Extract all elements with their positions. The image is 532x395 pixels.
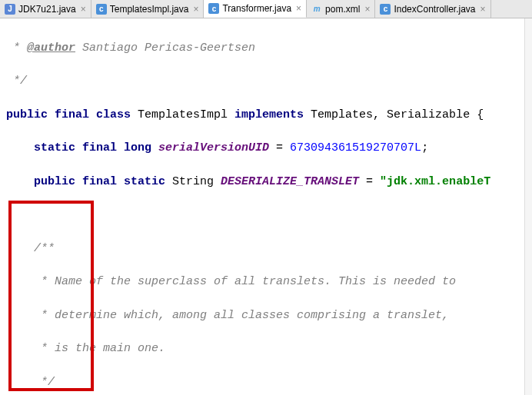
close-icon[interactable]: × (296, 3, 301, 14)
code-text: ; (421, 141, 428, 154)
tab-pom[interactable]: m pom.xml × (307, 0, 375, 18)
code-text: /** (6, 241, 532, 257)
tab-templatesimpl[interactable]: c TemplatesImpl.java × (91, 0, 204, 18)
code-text: Templates, Serializable { (311, 108, 484, 121)
code-text: TemplatesImpl (138, 108, 234, 121)
tab-label: IndexController.java (394, 4, 475, 15)
tab-bar: J JDK7u21.java × c TemplatesImpl.java × … (0, 0, 532, 18)
code-text: public final static (34, 175, 172, 188)
close-icon[interactable]: × (81, 4, 86, 15)
code-text: = (269, 141, 290, 154)
tab-label: Transformer.java (222, 3, 291, 14)
code-editor[interactable]: * @author Santiago Pericas-Geertsen */ p… (0, 18, 532, 395)
code-text: "jdk.xml.enableT (380, 175, 490, 188)
code-text: DESERIALIZE_TRANSLET (221, 175, 359, 188)
code-text: @author (27, 41, 75, 55)
class-file-icon: c (96, 4, 107, 15)
tab-transformer[interactable]: c Transformer.java × (204, 0, 307, 18)
code-text: implements (234, 108, 311, 121)
tab-label: TemplatesImpl.java (110, 4, 189, 15)
code-text: * Name of the superclass of all translet… (6, 274, 532, 290)
code-text: * determine which, among all classes com… (6, 307, 532, 324)
java-file-icon: J (5, 4, 15, 15)
close-icon[interactable]: × (193, 4, 198, 15)
code-text: */ (6, 73, 532, 90)
class-file-icon: c (208, 3, 219, 14)
code-text: 673094361519270707L (290, 141, 421, 154)
code-text: public final class (6, 108, 138, 121)
close-icon[interactable]: × (364, 4, 370, 15)
tab-jdk7u21[interactable]: J JDK7u21.java × (0, 0, 91, 18)
code-text: * (6, 41, 27, 55)
maven-file-icon: m (311, 4, 322, 15)
code-text: serialVersionUID (158, 141, 269, 154)
right-gutter (524, 18, 532, 395)
code-text: * is the main one. (6, 340, 532, 357)
tab-label: pom.xml (325, 4, 360, 15)
code-text: Santiago Pericas-Geertsen (75, 41, 255, 55)
close-icon[interactable]: × (480, 4, 486, 15)
code-text (6, 141, 34, 154)
class-file-icon: c (380, 4, 391, 15)
code-text: String (172, 175, 221, 188)
code-text (6, 175, 34, 188)
code-text: static final long (34, 141, 158, 154)
tab-indexcontroller[interactable]: c IndexController.java × (375, 0, 490, 18)
code-text: */ (6, 374, 532, 391)
code-text: = (359, 175, 380, 188)
tab-label: JDK7u21.java (18, 4, 76, 15)
